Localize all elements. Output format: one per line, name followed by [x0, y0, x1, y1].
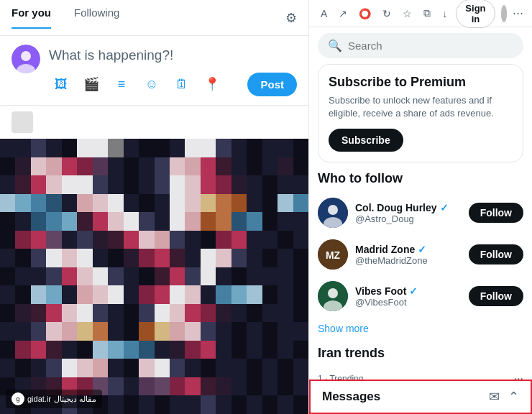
font-size-icon[interactable]: A: [318, 5, 330, 22]
expand-icon[interactable]: ⌃: [508, 389, 519, 405]
follow-button-mz[interactable]: Follow: [469, 244, 523, 264]
sign-in-button[interactable]: Sign in: [456, 0, 495, 28]
who-to-follow-section: Who to follow Col. Doug Hurley ✓ @Astro_…: [318, 171, 523, 340]
placeholder-square: [12, 111, 33, 133]
follow-handle-dh: @Astro_Doug: [355, 213, 462, 224]
tab-following[interactable]: Following: [74, 6, 119, 29]
follow-avatar-dh: [318, 198, 348, 228]
premium-title: Subscribe to Premium: [329, 75, 513, 90]
right-content: Subscribe to Premium Subscribe to unlock…: [309, 64, 532, 380]
compose-toolbar: 🖼 🎬 ≡ ☺ 🗓 📍 Post: [49, 72, 297, 96]
image-icon[interactable]: 🖼: [49, 72, 73, 96]
verified-badge-dh: ✓: [440, 202, 449, 213]
trends-section: Iran trends 1 · Trending ··· vdsl 2,662 …: [318, 346, 523, 380]
follow-name-dh: Col. Doug Hurley ✓: [355, 202, 462, 213]
messages-label: Messages: [322, 390, 380, 404]
verified-badge-mz: ✓: [418, 244, 426, 255]
follow-item: Col. Doug Hurley ✓ @Astro_Doug Follow: [318, 192, 523, 234]
verified-badge-vf: ✓: [409, 285, 418, 297]
compose-area: What is happening?! 🖼 🎬 ≡ ☺ 🗓 📍 Post: [0, 36, 308, 106]
messages-icons: ✉ ⌃: [489, 389, 519, 405]
location-icon[interactable]: 📍: [200, 72, 224, 96]
follow-info-vf: Vibes Foot ✓ @VibesFoot: [355, 285, 462, 308]
search-input[interactable]: [348, 40, 513, 52]
svg-text:MZ: MZ: [326, 249, 341, 261]
show-more-link[interactable]: Show more: [318, 317, 523, 340]
feed-image: g gidat.ir مقاله دیجیتال: [0, 139, 308, 414]
schedule-icon[interactable]: 🗓: [170, 72, 194, 96]
watermark: g gidat.ir مقاله دیجیتال: [6, 390, 102, 408]
svg-point-9: [328, 288, 338, 298]
who-to-follow-title: Who to follow: [318, 171, 523, 186]
watermark-text: gidat.ir: [27, 395, 51, 403]
left-panel: For you Following ⚙ What is happening?! …: [0, 0, 309, 414]
gif-icon[interactable]: 🎬: [79, 72, 104, 96]
settings-icon[interactable]: ⚙: [285, 10, 297, 26]
follow-handle-mz: @theMadridZone: [355, 255, 462, 266]
download-icon[interactable]: ↓: [439, 5, 450, 22]
watermark-logo: g: [12, 392, 24, 405]
compose-message-icon[interactable]: ✉: [489, 389, 500, 405]
post-button[interactable]: Post: [247, 73, 297, 96]
follow-button-vf[interactable]: Follow: [469, 286, 523, 306]
follow-handle-vf: @VibesFoot: [355, 297, 462, 308]
share-icon[interactable]: ↗: [336, 5, 350, 22]
trend-meta-1: 1 · Trending: [318, 374, 363, 380]
pixelated-content: [0, 139, 308, 414]
refresh-icon[interactable]: ↻: [380, 5, 394, 22]
watermark-subtext: مقاله دیجیتال: [54, 395, 96, 404]
search-box[interactable]: 🔍: [318, 33, 523, 58]
toolbar-avatar[interactable]: [501, 5, 507, 22]
follow-avatar-mz: MZ: [318, 239, 348, 270]
more-options-icon[interactable]: ···: [513, 6, 523, 21]
follow-info-mz: Madrid Zone ✓ @theMadridZone: [355, 244, 462, 266]
trends-section-title: Iran trends: [318, 346, 523, 361]
compose-placeholder[interactable]: What is happening?!: [49, 45, 297, 63]
tab-for-you[interactable]: For you: [12, 6, 51, 29]
follow-item: MZ Madrid Zone ✓ @theMadridZone Follow: [318, 234, 523, 275]
top-toolbar: A ↗ ⭕ ↻ ☆ ⧉ ↓ Sign in ···: [309, 0, 532, 27]
trend-item: 1 · Trending ··· vdsl 2,662 posts: [318, 367, 523, 380]
list-icon[interactable]: ≡: [109, 72, 134, 96]
circle-icon[interactable]: ⭕: [356, 5, 374, 22]
user-avatar: [12, 45, 40, 73]
right-panel: A ↗ ⭕ ↻ ☆ ⧉ ↓ Sign in ··· 🔍 Subscribe to…: [309, 0, 532, 414]
search-icon: 🔍: [328, 39, 342, 52]
follow-name-vf: Vibes Foot ✓: [355, 285, 462, 297]
follow-avatar-vf: [318, 281, 348, 311]
premium-box: Subscribe to Premium Subscribe to unlock…: [318, 64, 523, 162]
messages-bar[interactable]: Messages ✉ ⌃: [309, 380, 532, 414]
premium-description: Subscribe to unlock new features and if …: [329, 94, 513, 120]
follow-button-dh[interactable]: Follow: [469, 203, 523, 223]
star-icon[interactable]: ☆: [400, 5, 415, 22]
trend-more-icon-1[interactable]: ···: [514, 372, 523, 380]
follow-info-dh: Col. Doug Hurley ✓ @Astro_Doug: [355, 202, 462, 224]
svg-point-4: [328, 205, 338, 215]
follow-name-mz: Madrid Zone ✓: [355, 244, 462, 255]
svg-point-1: [21, 51, 31, 61]
emoji-icon[interactable]: ☺: [139, 72, 164, 96]
subscribe-button[interactable]: Subscribe: [329, 129, 403, 152]
follow-item: Vibes Foot ✓ @VibesFoot Follow: [318, 275, 523, 317]
copy-icon[interactable]: ⧉: [421, 4, 434, 22]
tabs-bar: For you Following ⚙: [0, 0, 308, 36]
